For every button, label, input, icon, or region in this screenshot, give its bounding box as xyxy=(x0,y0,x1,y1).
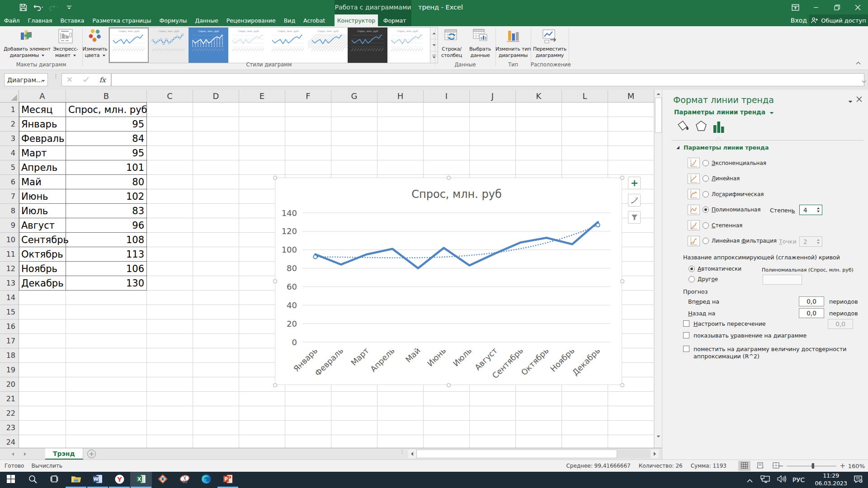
collapse-ribbon-button[interactable] xyxy=(853,59,863,67)
backward-input[interactable]: 0,0 xyxy=(799,308,824,318)
row-header-4[interactable]: 4 xyxy=(0,146,19,160)
chart-resize-handle[interactable] xyxy=(273,279,277,283)
status-calculate[interactable]: Вычислить xyxy=(31,463,62,469)
cell-B13[interactable]: 130 xyxy=(66,276,144,291)
redo-button[interactable] xyxy=(47,1,61,14)
pane-subtitle[interactable]: Параметры линии тренда xyxy=(674,108,774,116)
cell-B6[interactable]: 80 xyxy=(66,175,144,189)
formula-input[interactable] xyxy=(111,73,864,86)
chart-resize-handle[interactable] xyxy=(447,176,451,180)
ribbon-tab-данные[interactable]: Данные xyxy=(191,14,222,26)
chart-resize-handle[interactable] xyxy=(620,176,624,180)
row-header-17[interactable]: 17 xyxy=(0,334,19,348)
page-layout-view-button[interactable] xyxy=(754,461,766,471)
trendline-option-poly[interactable]: Полиномиальная xyxy=(688,205,760,215)
ribbon-display-options-button[interactable] xyxy=(785,0,806,14)
zoom-slider[interactable] xyxy=(787,463,836,469)
scroll-up-button[interactable] xyxy=(655,90,662,98)
cell-B3[interactable]: 84 xyxy=(66,131,144,146)
row-header-15[interactable]: 15 xyxy=(0,305,19,319)
row-header-13[interactable]: 13 xyxy=(0,276,19,291)
column-header-J[interactable]: J xyxy=(470,90,516,103)
zoom-slider-thumb[interactable] xyxy=(812,463,814,469)
cell-B5[interactable]: 101 xyxy=(66,160,144,175)
zoom-percent[interactable]: 160% xyxy=(848,460,865,472)
show-r2-checkbox[interactable] xyxy=(683,346,689,352)
row-header-10[interactable]: 10 xyxy=(0,233,19,247)
row-header-24[interactable]: 24 xyxy=(0,435,19,448)
taskbar-powerpoint[interactable]: P xyxy=(217,472,239,488)
column-header-F[interactable]: F xyxy=(285,90,331,103)
volume-icon[interactable] xyxy=(777,475,786,484)
row-header-20[interactable]: 20 xyxy=(0,377,19,392)
row-header-21[interactable]: 21 xyxy=(0,392,19,406)
trendline-option-movavg[interactable]: Линейная фильтрация xyxy=(688,236,777,246)
column-header-I[interactable]: I xyxy=(424,90,470,103)
action-center-icon[interactable] xyxy=(854,475,863,485)
cell-B7[interactable]: 102 xyxy=(66,189,144,204)
row-header-16[interactable]: 16 xyxy=(0,319,19,334)
column-header-A[interactable]: A xyxy=(19,90,66,103)
taskbar-search[interactable] xyxy=(22,472,43,488)
ribbon-tab-acrobat[interactable]: Acrobat xyxy=(299,14,329,26)
degree-spinner[interactable]: 4 xyxy=(799,205,822,215)
taskbar-yandex[interactable]: Y xyxy=(108,472,130,488)
network-icon[interactable] xyxy=(760,475,770,485)
chart-resize-handle[interactable] xyxy=(620,279,624,283)
normal-view-button[interactable] xyxy=(738,461,750,471)
taskbar-excel[interactable]: X xyxy=(130,472,152,488)
trendline-radio-exp[interactable] xyxy=(703,160,709,166)
trendline-radio-log[interactable] xyxy=(703,191,709,197)
trendline-radio-poly[interactable] xyxy=(703,206,709,213)
formula-bar-expand-icon[interactable] xyxy=(862,76,866,85)
trendline-option-linear[interactable]: Линейная xyxy=(688,174,740,184)
auto-radio[interactable] xyxy=(689,266,695,272)
scroll-down-button[interactable] xyxy=(655,432,662,440)
cell-B9[interactable]: 96 xyxy=(66,218,144,233)
trendline-radio-movavg[interactable] xyxy=(703,238,709,244)
custom-radio[interactable] xyxy=(689,276,695,282)
row-header-5[interactable]: 5 xyxy=(0,160,19,175)
select-all-box[interactable] xyxy=(0,90,19,103)
ribbon-tab-рецензирование[interactable]: Рецензирование xyxy=(222,14,280,26)
column-header-D[interactable]: D xyxy=(193,90,239,103)
pane-dropdown-icon[interactable] xyxy=(848,98,853,104)
cell-B12[interactable]: 106 xyxy=(66,262,144,276)
undo-button[interactable] xyxy=(32,1,45,14)
column-header-G[interactable]: G xyxy=(331,90,377,103)
ribbon-tab-главная[interactable]: Главная xyxy=(24,14,57,26)
trendline-radio-power[interactable] xyxy=(703,222,709,229)
confirm-entry-icon[interactable] xyxy=(83,75,89,84)
effects-icon[interactable] xyxy=(694,120,708,135)
row-header-9[interactable]: 9 xyxy=(0,218,19,233)
sheet-tab-trend[interactable]: Трэнд xyxy=(45,448,83,460)
chart-styles-button[interactable] xyxy=(628,194,641,206)
zoom-out-icon[interactable]: − xyxy=(778,462,784,470)
close-button[interactable] xyxy=(847,0,868,14)
cell-B11[interactable]: 113 xyxy=(66,247,144,262)
tray-clock[interactable]: 11:29 06.03.2023 xyxy=(815,472,847,488)
row-header-19[interactable]: 19 xyxy=(0,363,19,377)
ribbon-tab-файл[interactable]: Файл xyxy=(0,14,24,26)
taskbar-faststone[interactable] xyxy=(152,472,174,488)
cell-B8[interactable]: 83 xyxy=(66,204,144,218)
tabbar-splitter[interactable]: ⋮ xyxy=(400,450,405,453)
cell-B10[interactable]: 108 xyxy=(66,233,144,247)
cell-A1[interactable]: Месяц xyxy=(21,103,64,117)
section-header[interactable]: Параметры линии тренда xyxy=(676,144,769,151)
column-header-C[interactable]: C xyxy=(147,90,193,103)
chart-resize-handle[interactable] xyxy=(447,383,451,387)
chart-resize-handle[interactable] xyxy=(273,383,277,387)
row-header-2[interactable]: 2 xyxy=(0,117,19,131)
tray-chevron-icon[interactable] xyxy=(747,476,753,484)
column-header-L[interactable]: L xyxy=(562,90,608,103)
taskbar-word[interactable]: W xyxy=(87,472,108,488)
fill-line-icon[interactable] xyxy=(676,120,689,135)
insert-function-icon[interactable]: fx xyxy=(99,76,106,84)
row-header-6[interactable]: 6 xyxy=(0,175,19,189)
ribbon-tab-конструктор[interactable]: Конструктор xyxy=(335,14,378,26)
ribbon-tab-разметка-страницы[interactable]: Разметка страницы xyxy=(89,14,156,26)
restore-button[interactable] xyxy=(826,0,847,14)
row-header-3[interactable]: 3 xyxy=(0,131,19,146)
cell-B2[interactable]: 95 xyxy=(66,117,144,131)
